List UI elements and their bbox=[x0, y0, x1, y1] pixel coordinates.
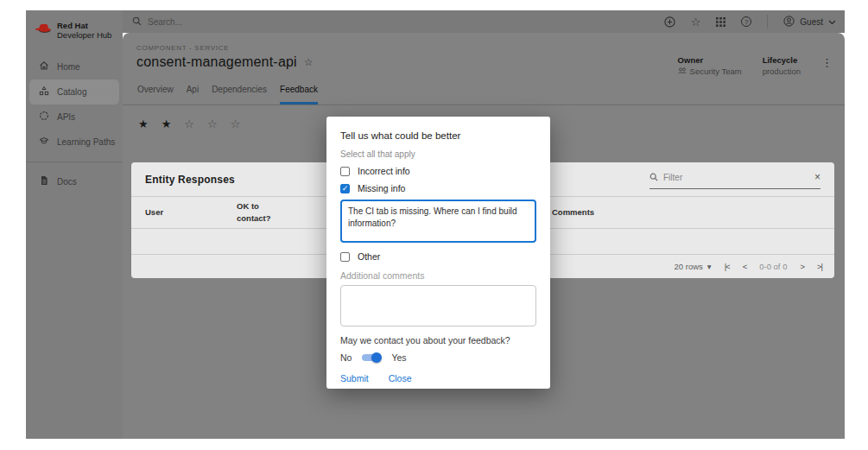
sidebar-nav: Home Catalog APIs Learning Paths bbox=[26, 54, 123, 194]
check-icon: ✓ bbox=[342, 167, 349, 175]
check-icon: ✓ bbox=[342, 184, 349, 193]
sidebar-item-docs[interactable]: Docs bbox=[26, 169, 123, 194]
sidebar-item-label: Home bbox=[57, 62, 80, 72]
caret-down-icon: ▾ bbox=[707, 262, 712, 271]
checkbox-row-missing-info: ✓ Missing info bbox=[340, 183, 536, 193]
search-icon bbox=[132, 14, 142, 29]
favorites-star-icon[interactable]: ☆ bbox=[691, 16, 701, 29]
missing-info-checkbox[interactable]: ✓ bbox=[340, 184, 350, 193]
toggle-off-label: No bbox=[340, 352, 352, 363]
table-filter[interactable]: × bbox=[649, 169, 820, 189]
close-button[interactable]: Close bbox=[389, 373, 412, 383]
first-page-icon[interactable]: |< bbox=[725, 262, 730, 271]
learning-paths-icon bbox=[39, 136, 49, 148]
tab-api[interactable]: Api bbox=[187, 85, 199, 105]
modal-title: Tell us what could be better bbox=[340, 130, 536, 141]
sidebar: Red Hat Developer Hub Home Catalog bbox=[26, 10, 123, 439]
prev-page-icon[interactable]: < bbox=[743, 262, 747, 271]
checkbox-row-incorrect-info: ✓ Incorrect info bbox=[340, 166, 536, 176]
sidebar-divider bbox=[26, 162, 123, 162]
contact-toggle-row: No Yes bbox=[340, 352, 536, 363]
entity-meta: Owner Security Team Lifecycle production… bbox=[678, 55, 833, 76]
lifecycle-block: Lifecycle production bbox=[763, 55, 801, 76]
search-input[interactable] bbox=[148, 17, 269, 27]
user-label: Guest bbox=[800, 17, 823, 27]
column-comments[interactable]: Comments bbox=[552, 206, 594, 219]
toggle-thumb bbox=[371, 352, 382, 363]
other-checkbox[interactable]: ✓ bbox=[340, 252, 350, 262]
rating-star-4-icon[interactable]: ☆ bbox=[207, 117, 218, 130]
tab-dependencies[interactable]: Dependencies bbox=[212, 85, 267, 105]
next-page-icon[interactable]: > bbox=[800, 262, 804, 271]
logo-line1: Red Hat bbox=[57, 21, 111, 30]
help-icon[interactable]: ? bbox=[741, 16, 751, 27]
checkbox-row-other: ✓ Other bbox=[340, 251, 536, 262]
home-icon bbox=[39, 60, 49, 73]
topbar-divider bbox=[767, 15, 768, 29]
group-icon bbox=[678, 67, 687, 76]
submit-button[interactable]: Submit bbox=[340, 373, 369, 383]
page-title: consent-management-api bbox=[136, 54, 297, 70]
filter-clear-icon[interactable]: × bbox=[814, 172, 820, 182]
filter-search-icon bbox=[649, 169, 658, 185]
apps-grid-icon[interactable] bbox=[716, 17, 725, 27]
catalog-icon bbox=[39, 86, 49, 98]
incorrect-info-checkbox[interactable]: ✓ bbox=[340, 167, 350, 176]
sidebar-item-label: Catalog bbox=[57, 87, 86, 97]
topbar: ☆ ? Guest bbox=[123, 10, 845, 33]
lifecycle-label: Lifecycle bbox=[763, 55, 801, 65]
contact-question: May we contact you about your feedback? bbox=[340, 335, 536, 345]
owner-label: Owner bbox=[678, 55, 742, 65]
modal-actions: Submit Close bbox=[340, 373, 536, 383]
rows-per-page-select[interactable]: 20 rows ▾ bbox=[675, 262, 712, 271]
owner-value[interactable]: Security Team bbox=[690, 67, 742, 76]
modal-subtitle: Select all that apply bbox=[340, 149, 536, 159]
apis-icon bbox=[39, 111, 49, 123]
owner-block: Owner Security Team bbox=[678, 55, 742, 76]
user-menu[interactable]: Guest bbox=[783, 16, 836, 29]
topbar-actions: ☆ ? Guest bbox=[664, 10, 836, 33]
sidebar-item-label: Docs bbox=[57, 177, 77, 187]
column-ok-to-contact[interactable]: OK to contact? bbox=[237, 200, 288, 225]
sidebar-item-apis[interactable]: APIs bbox=[26, 105, 123, 130]
checkbox-label: Missing info bbox=[358, 183, 405, 193]
filter-input[interactable] bbox=[663, 173, 809, 182]
avatar-icon bbox=[783, 16, 795, 29]
sidebar-item-home[interactable]: Home bbox=[26, 54, 123, 79]
kebab-menu-icon[interactable]: ⋮ bbox=[821, 55, 833, 68]
card-title: Entity Responses bbox=[145, 174, 235, 186]
create-icon[interactable] bbox=[664, 16, 675, 28]
rows-per-page-value: 20 rows bbox=[675, 262, 703, 271]
feedback-text-area[interactable]: The CI tab is missing. Where can I find … bbox=[340, 200, 536, 243]
rating-star-5-icon[interactable]: ☆ bbox=[231, 117, 241, 130]
contact-toggle[interactable] bbox=[361, 352, 382, 363]
breadcrumb: COMPONENT - SERVICE bbox=[123, 33, 845, 52]
check-icon: ✓ bbox=[342, 252, 349, 261]
sidebar-item-label: APIs bbox=[57, 112, 75, 122]
additional-comments-area[interactable] bbox=[340, 285, 536, 326]
favorite-entity-star-icon[interactable]: ☆ bbox=[304, 56, 314, 68]
chevron-down-icon bbox=[828, 17, 836, 27]
checkbox-label: Other bbox=[358, 251, 380, 262]
global-search[interactable] bbox=[132, 10, 269, 33]
logo-line2: Developer Hub bbox=[57, 30, 111, 40]
last-page-icon[interactable]: >| bbox=[817, 262, 822, 271]
additional-comments-label: Additional comments bbox=[340, 270, 536, 281]
tab-overview[interactable]: Overview bbox=[137, 85, 174, 105]
rating-star-1-icon[interactable]: ★ bbox=[138, 117, 149, 130]
sidebar-item-learning-paths[interactable]: Learning Paths bbox=[26, 130, 123, 155]
redhat-fedora-icon bbox=[35, 22, 52, 38]
logo-text: Red Hat Developer Hub bbox=[57, 21, 111, 41]
rating-star-2-icon[interactable]: ★ bbox=[162, 117, 172, 130]
toggle-on-label: Yes bbox=[391, 352, 406, 363]
rating-star-3-icon[interactable]: ☆ bbox=[184, 117, 194, 130]
sidebar-item-catalog[interactable]: Catalog bbox=[29, 79, 119, 105]
sidebar-item-label: Learning Paths bbox=[57, 137, 115, 147]
redhat-developer-hub-logo[interactable]: Red Hat Developer Hub bbox=[26, 10, 123, 41]
column-user[interactable]: User bbox=[131, 206, 237, 219]
lifecycle-value: production bbox=[763, 67, 801, 76]
checkbox-label: Incorrect info bbox=[358, 166, 410, 176]
feedback-modal: Tell us what could be better Select all … bbox=[326, 117, 550, 389]
tab-feedback[interactable]: Feedback bbox=[280, 85, 318, 105]
docs-icon bbox=[39, 175, 49, 187]
